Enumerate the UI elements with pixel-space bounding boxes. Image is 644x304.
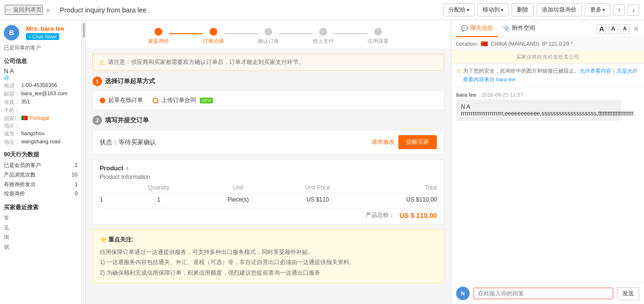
product-header: Product ∧ (100, 165, 437, 172)
step-label-4: 信用保量 (368, 38, 389, 45)
back-button[interactable]: ← 返回列表页 (5, 5, 43, 15)
font-large-button[interactable]: A (597, 24, 606, 34)
font-mid-button[interactable]: A (608, 24, 618, 34)
col-item (100, 184, 119, 191)
close-panel-button[interactable]: ✕ (633, 25, 639, 33)
up-button[interactable]: ↑ (613, 4, 625, 16)
new-badge: NEW (200, 98, 213, 103)
always-allow-link[interactable]: 总是允许查看内容来自 bara lee (463, 68, 638, 82)
main-layout: B Mrs. bara lee ● Chat Now! 已是同事的客户 公司信息… (0, 20, 644, 304)
product-sub-header: Product Information (100, 174, 437, 180)
chat-now-button[interactable]: ● Chat Now! (26, 33, 59, 40)
notice-text: 请注意：供应商和买家都需要双方确认订单后，订单才能走到买家支付环节。 (108, 58, 304, 66)
step-circle-0 (155, 28, 162, 36)
recent-items: 常 见 询 据 (4, 214, 78, 252)
more-button[interactable]: 更多 ▾ (585, 3, 610, 16)
recent-item[interactable]: 常 (4, 214, 78, 223)
recent-search-title: 买家最近搜索 (4, 203, 78, 212)
city-label: 城市： (4, 130, 21, 138)
product-table: Product ∧ Product Information Quantity U… (92, 159, 444, 225)
send-button[interactable]: 发送 (617, 287, 639, 300)
behavior-label-2: 有效询价发出 (4, 180, 36, 190)
behavior-row-2: 有效询价发出 1 (4, 180, 78, 190)
col-unit: Unit (198, 184, 278, 191)
country-name[interactable]: Portugal (29, 115, 49, 121)
recent-item[interactable]: 询 (4, 233, 78, 242)
ip-text: IP 121.0.29.* (542, 41, 573, 47)
behavior-value-2: 1 (75, 180, 78, 190)
reply-input[interactable] (473, 288, 613, 299)
upload-order-option[interactable]: 上传订单合同 NEW (153, 96, 213, 104)
tab-chat[interactable]: 💬 聊天信息 (456, 20, 498, 37)
step-line-1 (224, 33, 258, 34)
chat-icon: 💬 (461, 25, 468, 32)
step-line-2 (279, 33, 313, 34)
email-row: 邮箱： bara_lee@163.com (4, 90, 78, 98)
order-type-row: 起草在线订单 上传订单合同 NEW (92, 91, 444, 110)
highlight-title: ⭐ 重点关注: (100, 235, 437, 245)
col-price: Unit Price (278, 184, 357, 191)
mobile-row: 手机： (4, 107, 78, 114)
behavior-title: 90天行为数据 (4, 151, 78, 159)
radio-upload[interactable] (153, 98, 158, 103)
spam-button[interactable]: 添加垃圾询价 (537, 3, 582, 16)
online-order-label: 起草在线订单 (108, 96, 143, 104)
email-label: 邮箱： (4, 90, 21, 98)
location-label: Location: (456, 41, 478, 47)
recent-item[interactable]: 见 (4, 223, 78, 233)
chat-meta: Location: 🇨🇳 CHINA (MAINLAND) IP 121.0.2… (451, 38, 644, 51)
row-unit: Piece(s) (198, 196, 278, 203)
assign-button[interactable]: 分配给 ▾ (443, 3, 474, 16)
behavior-value-3: 0 (75, 189, 78, 199)
font-small-button[interactable]: A (620, 24, 630, 34)
fax-label: 传真： (4, 99, 21, 106)
progress-bar: 发送询价 订单洽谈 确认订单 线上支付 (86, 20, 451, 49)
behavior-row-1: 产品浏览次数 10 (4, 170, 78, 180)
delete-button[interactable]: 删除 (512, 3, 534, 16)
online-order-option[interactable]: 起草在线订单 (100, 96, 143, 104)
total-row: 产品总价： US $ 110.00 (100, 208, 437, 219)
fax-row: 传真： 351 (4, 99, 78, 106)
address-row: 地址： wangshang road (4, 139, 78, 146)
table-row: 1 1 Piece(s) US $110 US $110.00 (100, 193, 437, 206)
col-qty: Quantity (119, 184, 198, 191)
country-label: 国家/地区： (4, 115, 21, 129)
allow-link[interactable]: 允许查看内容 (579, 68, 611, 74)
request-modify-button[interactable]: 请求修改 (371, 138, 394, 146)
chat-messages: bara lee 2016-09-21 11:57 N Arrrrrrrrrrr… (451, 87, 644, 282)
recent-item[interactable]: 据 (4, 242, 78, 252)
step-3: 线上支付 (313, 28, 334, 45)
tab-attach[interactable]: 📎 附件空间 (498, 20, 540, 37)
behavior-label-3: 垃圾询价 (4, 189, 25, 199)
highlight-line-2: 2) 为确保顺利完成信用保障订单，积累信用额度，强烈建议您提前查询一达通出口服务 (100, 268, 437, 279)
move-button[interactable]: 移动到 ▾ (477, 3, 509, 16)
collapse-icon[interactable]: ∧ (125, 165, 129, 171)
chat-message-0: bara lee 2016-09-21 11:57 N Arrrrrrrrrrr… (456, 92, 639, 121)
company-section: 公司信息 N A @ 电话： 1-00-45356356 邮箱： bara_le… (4, 57, 78, 146)
behavior-value-1: 10 (72, 170, 78, 180)
buyer-notice: 买家仅将此询价发给卖公司 (451, 51, 644, 64)
behavior-row-3: 垃圾询价 0 (4, 189, 78, 199)
table-header-row: Quantity Unit Unit Price Total (100, 184, 437, 193)
email-value: bara_lee@163.com (21, 90, 67, 96)
contact-name[interactable]: Mrs. bara lee (26, 25, 65, 32)
step-1: 订单洽谈 (203, 28, 224, 45)
phone-row: 电话： 1-00-45356356 (4, 82, 78, 89)
address-value: wangshang road (21, 139, 60, 144)
city-row: 城市： hangzhou (4, 130, 78, 138)
sidebar-scrollbar[interactable] (82, 20, 86, 304)
behavior-section: 90天行为数据 已是会员的客户 1 产品浏览次数 10 有效询价发出 1 垃圾询… (4, 151, 78, 199)
msg-sender: bara lee (456, 92, 476, 98)
attach-icon: 📎 (503, 25, 510, 32)
behavior-row-0: 已是会员的客户 1 (4, 161, 78, 170)
down-button[interactable]: ↓ (628, 4, 639, 16)
page-title: Product inquiry from bara lee . (55, 6, 439, 14)
phone-label: 电话： (4, 82, 21, 89)
msg-time: 2016-09-21 11:57 (482, 92, 524, 98)
toolbar: ← 返回列表页 ▶ Product inquiry from bara lee … (0, 0, 644, 20)
company-section-title: 公司信息 (4, 57, 78, 65)
chevron-down-icon: ▾ (603, 7, 605, 13)
radio-online[interactable] (100, 98, 105, 103)
step-2: 确认订单 (258, 28, 279, 45)
remind-buyer-button[interactable]: 提醒买家 (398, 135, 437, 149)
